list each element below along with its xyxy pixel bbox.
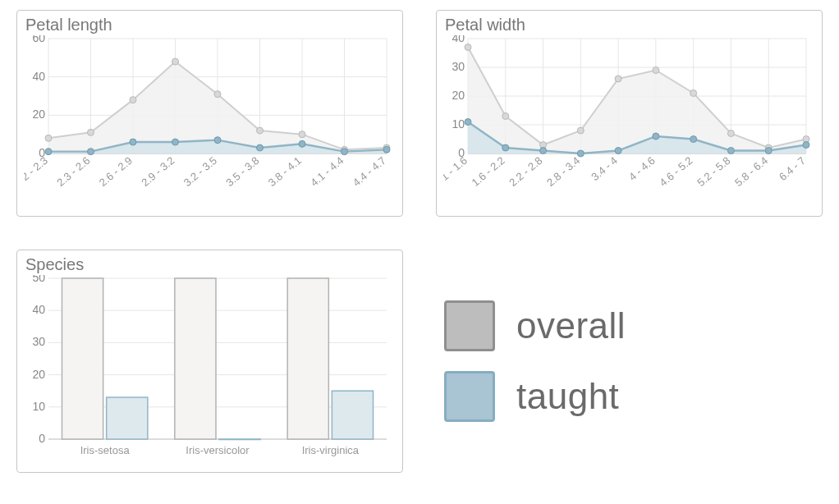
svg-point-79 [577, 150, 584, 157]
svg-text:3.2 - 3.5: 3.2 - 3.5 [181, 154, 219, 189]
chart-species: 01020304050Iris-setosaIris-versicolorIri… [24, 275, 393, 464]
svg-text:3.5 - 3.8: 3.5 - 3.8 [223, 154, 261, 189]
svg-point-83 [727, 148, 734, 154]
svg-point-34 [342, 149, 348, 155]
svg-text:3.4 - 4: 3.4 - 4 [589, 154, 620, 183]
legend-item-overall: overall [444, 300, 823, 351]
svg-point-32 [257, 144, 264, 151]
panel-species: Species 01020304050Iris-setosaIris-versi… [16, 250, 403, 473]
svg-point-21 [172, 58, 179, 65]
svg-text:4.6 - 5.2: 4.6 - 5.2 [657, 154, 695, 189]
svg-text:20: 20 [32, 108, 45, 121]
svg-text:3.8 - 4.1: 3.8 - 4.1 [266, 154, 304, 189]
svg-text:40: 40 [32, 303, 45, 316]
svg-text:2 - 2.3: 2 - 2.3 [24, 154, 50, 183]
svg-text:1 - 1.6: 1 - 1.6 [443, 154, 470, 183]
svg-point-23 [257, 127, 264, 134]
svg-point-84 [765, 148, 772, 154]
svg-point-81 [653, 133, 659, 140]
svg-text:2.2 - 2.8: 2.2 - 2.8 [507, 154, 544, 189]
svg-text:20: 20 [452, 89, 465, 102]
svg-point-22 [214, 91, 221, 98]
svg-point-76 [465, 119, 471, 126]
chart-petal-length: 02040602 - 2.32.3 - 2.62.6 - 2.92.9 - 3.… [24, 35, 393, 208]
svg-point-67 [502, 113, 509, 120]
svg-point-71 [653, 67, 659, 74]
svg-point-66 [465, 44, 471, 51]
legend-item-taught: taught [444, 371, 823, 422]
svg-text:60: 60 [32, 35, 45, 44]
svg-text:20: 20 [32, 368, 45, 381]
svg-point-73 [727, 131, 734, 137]
legend: overall taught [436, 250, 823, 473]
svg-text:2.9 - 3.2: 2.9 - 3.2 [139, 154, 177, 189]
legend-label-overall: overall [516, 305, 626, 346]
svg-point-77 [502, 144, 509, 151]
svg-point-85 [803, 142, 809, 149]
svg-text:10: 10 [452, 117, 465, 131]
legend-swatch-taught [444, 371, 495, 422]
svg-point-19 [88, 129, 94, 135]
svg-text:2.6 - 2.9: 2.6 - 2.9 [97, 154, 135, 189]
svg-point-30 [172, 139, 179, 145]
panel-title: Species [25, 255, 396, 273]
svg-point-27 [45, 149, 52, 155]
svg-rect-110 [107, 397, 148, 439]
svg-text:4 - 4.6: 4 - 4.6 [626, 154, 658, 183]
svg-text:6.4 - 7: 6.4 - 7 [777, 154, 808, 183]
svg-rect-109 [62, 278, 103, 439]
svg-point-18 [45, 135, 52, 141]
svg-text:5.8 - 6.4: 5.8 - 6.4 [732, 154, 770, 189]
svg-text:Iris-versicolor: Iris-versicolor [186, 444, 250, 456]
svg-point-33 [299, 140, 305, 147]
svg-rect-116 [332, 391, 373, 439]
panel-title: Petal width [445, 16, 815, 34]
svg-point-28 [88, 149, 94, 155]
svg-rect-112 [175, 278, 216, 439]
svg-text:2.8 - 3.4: 2.8 - 3.4 [544, 154, 582, 189]
svg-text:4.1 - 4.4: 4.1 - 4.4 [308, 154, 346, 189]
svg-point-69 [577, 127, 584, 134]
svg-point-82 [690, 136, 697, 143]
svg-text:2.3 - 2.6: 2.3 - 2.6 [54, 154, 92, 189]
svg-point-31 [214, 137, 221, 144]
legend-swatch-overall [444, 300, 495, 351]
svg-point-35 [383, 146, 390, 153]
svg-text:Iris-setosa: Iris-setosa [80, 444, 131, 456]
legend-label-taught: taught [516, 376, 619, 417]
svg-text:30: 30 [32, 335, 45, 348]
panel-petal-length: Petal length 02040602 - 2.32.3 - 2.62.6 … [16, 10, 403, 217]
svg-text:40: 40 [452, 35, 465, 44]
svg-point-20 [130, 97, 136, 103]
svg-rect-113 [219, 439, 260, 440]
svg-point-24 [299, 131, 305, 138]
svg-text:40: 40 [32, 70, 45, 83]
panel-petal-width: Petal width 0102030401 - 1.61.6 - 2.22.2… [436, 10, 823, 217]
svg-text:30: 30 [452, 60, 465, 73]
svg-text:10: 10 [32, 400, 45, 413]
chart-petal-width: 0102030401 - 1.61.6 - 2.22.2 - 2.82.8 - … [443, 35, 813, 208]
panel-title: Petal length [25, 16, 396, 34]
svg-point-29 [130, 139, 136, 145]
svg-point-80 [615, 148, 621, 154]
svg-text:Iris-virginica: Iris-virginica [302, 444, 360, 456]
svg-point-70 [615, 76, 621, 82]
svg-text:1.6 - 2.2: 1.6 - 2.2 [470, 154, 507, 189]
svg-text:50: 50 [32, 275, 45, 284]
svg-point-72 [690, 90, 697, 97]
svg-point-78 [540, 148, 547, 154]
svg-rect-115 [287, 278, 328, 439]
svg-text:5.2 - 5.8: 5.2 - 5.8 [695, 154, 732, 189]
svg-text:4.4 - 4.7: 4.4 - 4.7 [351, 154, 388, 189]
svg-text:0: 0 [39, 432, 45, 445]
